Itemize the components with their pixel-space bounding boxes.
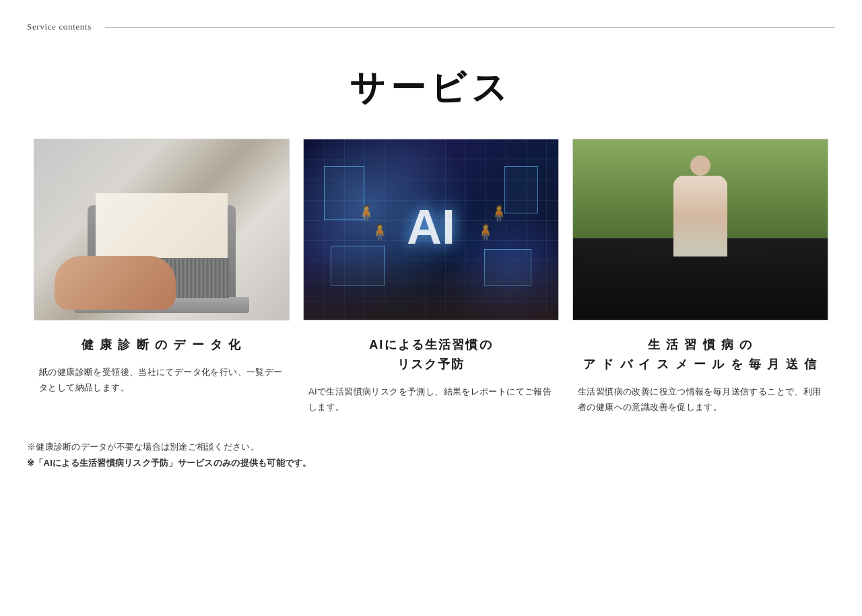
cards-section: 健 康 診 断 の デ ー タ 化 紙の健康診断を受領後、当社にてデータ化を行い… [0,139,862,415]
person-icon-3: 🧍 [370,223,390,242]
service-card-data: 健 康 診 断 の デ ー タ 化 紙の健康診断を受領後、当社にてデータ化を行い… [34,139,290,415]
card-description-data: 紙の健康診断を受領後、当社にてデータ化を行い、一覧データとして納品します。 [34,364,290,396]
card-description-ai: AIで生活習慣病リスクを予測し、結果をレポートにてご報告します。 [303,384,559,415]
section-label: Service contents [27,22,92,32]
footer-note-1: ※健康診断のデータが不要な場合は別途ご相談ください。 [27,439,835,454]
card-title-advice: 生 活 習 慣 病 のア ド バ イ ス メ ー ル を 毎 月 送 信 [572,320,828,384]
card-title-data: 健 康 診 断 の デ ー タ 化 [34,320,290,364]
footer-note-2: ※「AIによる生活習慣病リスク予防」サービスのみの提供も可能です。 [27,455,835,471]
person-icon-4: 🧍 [475,223,496,242]
hand-left [55,256,176,310]
card-image-laptop [34,139,290,320]
hands-bg [304,252,558,320]
ai-box-1: 🧍 [324,166,364,220]
header-divider [105,27,835,28]
footer-notes: ※健康診断のデータが不要な場合は別途ご相談ください。 ※「AIによる生活習慣病リ… [0,415,862,491]
card-image-yoga [572,139,828,320]
card-image-ai: 🧍 🧍 🧍 🧍 [303,139,559,320]
service-card-ai: 🧍 🧍 🧍 🧍 AIによる生活習慣のリスク予防 AIで生活習慣病リスクを予測し、… [303,139,559,415]
page-wrapper: Service contents サービス 健 康 診 断 の デ ー タ 化 … [0,0,862,616]
ai-box-2: 🧍 [504,166,538,213]
person-icon-2: 🧍 [489,204,509,223]
page-title: サービス [0,65,862,112]
person-icon-1: 🧍 [356,204,376,223]
header-section: Service contents [0,0,862,32]
card-description-advice: 生活習慣病の改善に役立つ情報を毎月送信することで、利用者の健康への意識改善を促し… [572,384,828,415]
service-card-advice: 生 活 習 慣 病 のア ド バ イ ス メ ー ル を 毎 月 送 信 生活習… [572,139,828,415]
yoga-person [673,176,727,256]
main-title-section: サービス [0,32,862,139]
card-title-ai: AIによる生活習慣のリスク予防 [303,320,559,384]
person-body [673,176,727,256]
